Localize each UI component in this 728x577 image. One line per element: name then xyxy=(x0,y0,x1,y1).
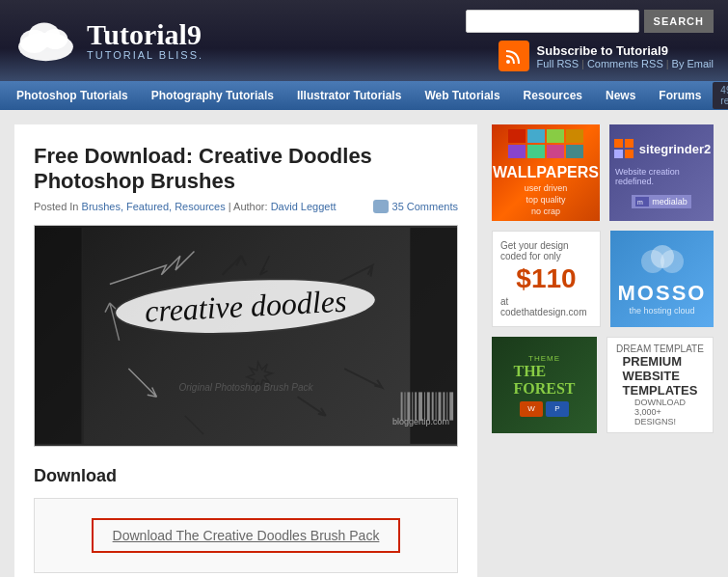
mosso-title: MOSSO xyxy=(618,281,707,306)
svg-rect-24 xyxy=(614,150,623,158)
site-name: Tutorial9 xyxy=(87,20,203,49)
premium-sub: DOWNLOAD3,000+DESIGNS! xyxy=(634,398,686,426)
codethat-price: $110 xyxy=(516,263,576,294)
ad-wallpapers[interactable]: WALLPAPERS user driven top quality no cr… xyxy=(492,124,600,221)
ad-sitegrinder[interactable]: sitegrinder2 Website creation redefined.… xyxy=(609,124,714,221)
subscribe-links: Full RSS|Comments RSS|By Email xyxy=(537,58,714,69)
sidebar: WALLPAPERS user driven top quality no cr… xyxy=(492,124,714,577)
image-watermark: bloggertip.com xyxy=(392,417,449,426)
search-button[interactable]: SEARCH xyxy=(644,10,714,33)
codethat-text1: Get your design coded for only xyxy=(500,240,592,261)
wallpapers-line1: user driven xyxy=(525,183,568,193)
sidebar-row-1: WALLPAPERS user driven top quality no cr… xyxy=(492,124,714,221)
email-link[interactable]: By Email xyxy=(672,58,714,69)
header: Tutorial9 TUTORIAL BLISS. SEARCH Subscri… xyxy=(0,0,728,81)
nav-illustrator-tutorials[interactable]: Illustrator Tutorials xyxy=(285,81,413,110)
subscribe-title: Subscribe to Tutorial9 xyxy=(537,43,714,58)
svg-rect-23 xyxy=(625,139,634,148)
download-section: Download Download The Creative Doodles B… xyxy=(34,466,458,573)
forest-title: THEFOREST xyxy=(513,363,575,398)
comments-link[interactable]: 35 Comments xyxy=(373,200,458,213)
readers-badge: 4928 readers xyxy=(713,82,728,109)
sitegrinder-title: sitegrinder2 xyxy=(639,142,711,156)
author-link[interactable]: David Leggett xyxy=(271,201,337,212)
sitegrinder-badge: m medialab xyxy=(632,195,691,208)
svg-rect-22 xyxy=(614,139,623,148)
search-bar: SEARCH xyxy=(466,10,714,33)
svg-point-3 xyxy=(29,22,61,47)
nav-news[interactable]: News xyxy=(594,81,647,110)
nav-photoshop-tutorials[interactable]: Photoshop Tutorials xyxy=(5,81,140,110)
article-title: Free Download: Creative Doodles Photosho… xyxy=(34,144,458,194)
article-meta: Posted In Brushes, Featured, Resources |… xyxy=(34,200,458,213)
sidebar-row-2: Get your design coded for only $110 at c… xyxy=(492,231,714,327)
svg-point-4 xyxy=(506,60,510,64)
main-nav: Photoshop Tutorials Photography Tutorial… xyxy=(0,81,728,110)
wallpapers-line3: no crap xyxy=(531,206,560,216)
nav-photography-tutorials[interactable]: Photography Tutorials xyxy=(140,81,285,110)
categories-link[interactable]: Brushes, Featured, Resources xyxy=(82,201,226,212)
codethat-text2: at codethatdesign.com xyxy=(500,296,592,317)
comments-count: 35 Comments xyxy=(392,201,458,212)
nav-web-tutorials[interactable]: Web Tutorials xyxy=(413,81,511,110)
premium-title: PREMIUMWEBSITETEMPLATES xyxy=(623,354,698,398)
content-area: Free Download: Creative Doodles Photosho… xyxy=(14,124,477,577)
tagline: TUTORIAL BLISS. xyxy=(87,49,203,61)
ad-forest[interactable]: THEME THEFOREST W P xyxy=(492,337,597,433)
download-link[interactable]: Download The Creative Doodles Brush Pack xyxy=(92,518,401,553)
wallpapers-big-text: WALLPAPERS xyxy=(493,164,599,181)
nav-resources[interactable]: Resources xyxy=(512,81,594,110)
comments-rss-link[interactable]: Comments RSS xyxy=(587,58,663,69)
mosso-logo-icon xyxy=(638,242,687,281)
forest-icons: W P xyxy=(520,401,569,417)
image-subtitle: Original Photoshop Brush Pack xyxy=(114,382,377,393)
wallpapers-line2: top quality xyxy=(526,195,565,205)
forest-theme-label: THEME xyxy=(528,354,560,363)
subscribe-area: Subscribe to Tutorial9 Full RSS|Comments… xyxy=(499,41,714,71)
doodles-overlay: creative doodles Original Photoshop Brus… xyxy=(35,226,457,446)
sidebar-row-3: THEME THEFOREST W P Dream Template PREMI… xyxy=(492,337,714,433)
article-image: creative doodles Original Photoshop Brus… xyxy=(34,225,458,447)
sitegrinder-sub: Website creation redefined. xyxy=(615,167,708,186)
svg-point-30 xyxy=(661,250,684,273)
ad-mosso[interactable]: MOSSO the hosting cloud xyxy=(610,231,714,327)
main-container: Free Download: Creative Doodles Photosho… xyxy=(0,110,728,577)
ad-premium[interactable]: Dream Template PREMIUMWEBSITETEMPLATES D… xyxy=(607,337,714,433)
nav-forums[interactable]: Forums xyxy=(647,81,713,110)
ad-codethat[interactable]: Get your design coded for only $110 at c… xyxy=(492,231,601,327)
full-rss-link[interactable]: Full RSS xyxy=(537,58,579,69)
subscribe-info: Subscribe to Tutorial9 Full RSS|Comments… xyxy=(537,43,714,69)
logo-text: Tutorial9 TUTORIAL BLISS. xyxy=(87,20,203,61)
comment-bubble-icon xyxy=(373,200,389,213)
mosso-sub: the hosting cloud xyxy=(629,306,694,316)
premium-dream-label: Dream Template xyxy=(616,343,704,354)
doodles-label: creative doodles xyxy=(113,272,379,341)
cloud-icon xyxy=(14,19,77,63)
svg-text:m: m xyxy=(637,199,643,206)
download-title: Download xyxy=(34,466,458,486)
medialab-icon: m xyxy=(635,197,649,206)
sitegrinder-icon xyxy=(612,137,635,160)
logo-area: Tutorial9 TUTORIAL BLISS. xyxy=(14,19,203,63)
ad-wallpapers-grid xyxy=(508,129,583,158)
header-right: SEARCH Subscribe to Tutorial9 Full RSS|C… xyxy=(466,10,714,71)
search-input[interactable] xyxy=(466,10,639,33)
article-meta-text: Posted In Brushes, Featured, Resources |… xyxy=(34,201,337,212)
rss-icon xyxy=(499,41,529,71)
download-box: Download The Creative Doodles Brush Pack xyxy=(34,498,458,573)
svg-rect-25 xyxy=(625,150,634,158)
